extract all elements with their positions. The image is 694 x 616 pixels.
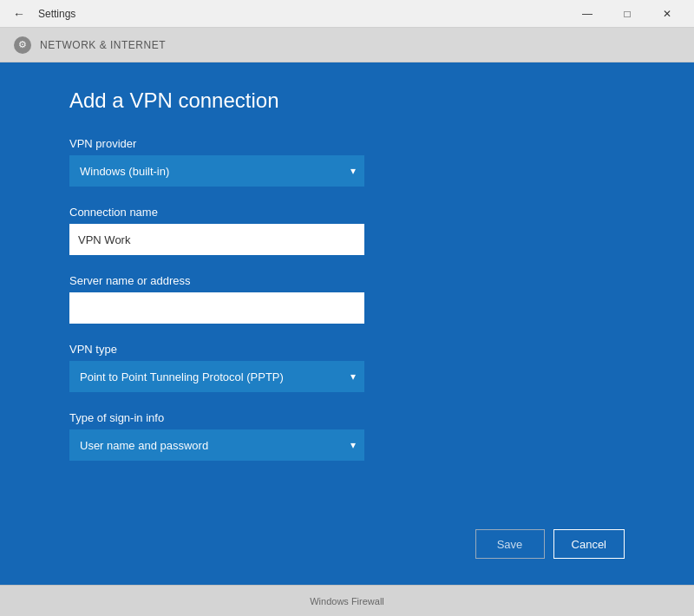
bottom-bar-text: Windows Firewall (310, 596, 384, 606)
back-button[interactable]: ← (7, 2, 31, 26)
settings-header-text: NETWORK & INTERNET (40, 39, 166, 51)
cancel-button[interactable]: Cancel (553, 529, 625, 559)
title-bar: ← Settings — □ ✕ (0, 0, 694, 28)
save-button[interactable]: Save (475, 529, 545, 559)
connection-name-input[interactable] (69, 224, 364, 255)
settings-icon: ⚙ (14, 36, 31, 54)
vpn-provider-label: VPN provider (69, 137, 625, 150)
settings-window: ← Settings — □ ✕ ⚙ NETWORK & INTERNET Ad… (0, 0, 694, 616)
connection-name-group: Connection name (69, 206, 625, 255)
minimize-button[interactable]: — (567, 0, 607, 28)
action-buttons: Save Cancel (475, 529, 625, 559)
vpn-provider-group: VPN provider Windows (built-in) ▾ (69, 137, 625, 187)
vpn-type-label: VPN type (69, 343, 625, 356)
window-controls: — □ ✕ (567, 0, 687, 28)
vpn-type-select[interactable]: Point to Point Tunneling Protocol (PPTP)… (69, 361, 364, 392)
maximize-button[interactable]: □ (607, 0, 647, 28)
signin-type-select-wrapper: User name and passwordCertificateOTP ▾ (69, 429, 364, 461)
window-title: Settings (38, 8, 567, 20)
page-title: Add a VPN connection (69, 88, 625, 113)
connection-name-label: Connection name (69, 206, 625, 219)
vpn-form-panel: Add a VPN connection VPN provider Window… (0, 62, 694, 585)
vpn-provider-select-wrapper: Windows (built-in) ▾ (69, 155, 364, 187)
signin-type-group: Type of sign-in info User name and passw… (69, 411, 625, 461)
signin-type-select[interactable]: User name and passwordCertificateOTP (69, 429, 364, 461)
settings-header-bar: ⚙ NETWORK & INTERNET (0, 28, 694, 62)
server-name-group: Server name or address (69, 274, 625, 324)
vpn-provider-select[interactable]: Windows (built-in) (69, 155, 364, 187)
close-button[interactable]: ✕ (647, 0, 687, 28)
vpn-type-select-wrapper: Point to Point Tunneling Protocol (PPTP)… (69, 361, 364, 392)
signin-type-label: Type of sign-in info (69, 411, 625, 424)
server-name-label: Server name or address (69, 274, 625, 287)
server-name-input[interactable] (69, 292, 364, 324)
bottom-bar: Windows Firewall (0, 585, 694, 616)
vpn-type-group: VPN type Point to Point Tunneling Protoc… (69, 343, 625, 392)
